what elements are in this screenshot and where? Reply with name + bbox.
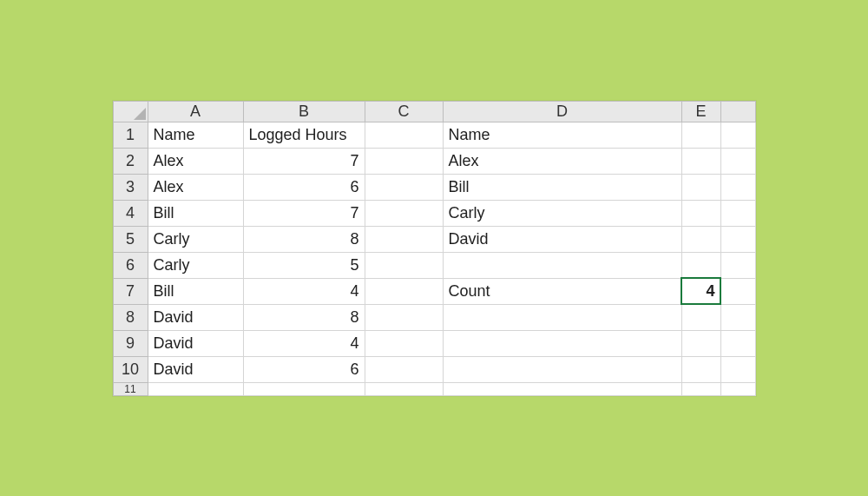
cell-E7[interactable]: 4 [681, 278, 720, 304]
cell-E10[interactable] [681, 356, 720, 382]
table-row: 9 David 4 [113, 330, 755, 356]
cell-E1[interactable] [681, 122, 720, 148]
cell-C7[interactable] [365, 278, 443, 304]
cell-extra-2[interactable] [720, 148, 755, 174]
cell-D1[interactable]: Name [443, 122, 681, 148]
col-header-C[interactable]: C [365, 101, 443, 122]
cell-B2[interactable]: 7 [243, 148, 365, 174]
table-row: 7 Bill 4 Count 4 [113, 278, 755, 304]
cell-C2[interactable] [365, 148, 443, 174]
cell-B3[interactable]: 6 [243, 174, 365, 200]
table-row: 6 Carly 5 [113, 252, 755, 278]
row-header-10[interactable]: 10 [113, 356, 148, 382]
cell-E8[interactable] [681, 304, 720, 330]
cell-D10[interactable] [443, 356, 681, 382]
cell-extra-10[interactable] [720, 356, 755, 382]
cell-B9[interactable]: 4 [243, 330, 365, 356]
column-header-row: A B C D E [113, 101, 755, 122]
row-header-3[interactable]: 3 [113, 174, 148, 200]
row-header-11[interactable]: 11 [113, 382, 148, 395]
cell-D11[interactable] [443, 382, 681, 395]
cell-A4[interactable]: Bill [148, 200, 243, 226]
table-row: 2 Alex 7 Alex [113, 148, 755, 174]
cell-D7[interactable]: Count [443, 278, 681, 304]
cell-B11[interactable] [243, 382, 365, 395]
table-row: 4 Bill 7 Carly [113, 200, 755, 226]
cell-E4[interactable] [681, 200, 720, 226]
cell-A6[interactable]: Carly [148, 252, 243, 278]
cell-A7[interactable]: Bill [148, 278, 243, 304]
cell-C4[interactable] [365, 200, 443, 226]
cell-E9[interactable] [681, 330, 720, 356]
cell-C9[interactable] [365, 330, 443, 356]
cell-extra-4[interactable] [720, 200, 755, 226]
cell-extra-1[interactable] [720, 122, 755, 148]
cell-B8[interactable]: 8 [243, 304, 365, 330]
cell-A10[interactable]: David [148, 356, 243, 382]
row-header-7[interactable]: 7 [113, 278, 148, 304]
cell-B7[interactable]: 4 [243, 278, 365, 304]
cell-A8[interactable]: David [148, 304, 243, 330]
table-row: 5 Carly 8 David [113, 226, 755, 252]
cell-D4[interactable]: Carly [443, 200, 681, 226]
cell-C6[interactable] [365, 252, 443, 278]
cell-E3[interactable] [681, 174, 720, 200]
cell-extra-7[interactable] [720, 278, 755, 304]
svg-marker-0 [134, 108, 146, 120]
cell-extra-11[interactable] [720, 382, 755, 395]
cell-A11[interactable] [148, 382, 243, 395]
cell-B4[interactable]: 7 [243, 200, 365, 226]
table-row: 11 [113, 382, 755, 395]
row-header-8[interactable]: 8 [113, 304, 148, 330]
cell-E2[interactable] [681, 148, 720, 174]
row-header-1[interactable]: 1 [113, 122, 148, 148]
cell-D2[interactable]: Alex [443, 148, 681, 174]
spreadsheet-window: A B C D E 1 Name Logged Hours Name 2 Ale… [113, 101, 756, 396]
select-all-triangle-icon [134, 108, 146, 120]
cell-C11[interactable] [365, 382, 443, 395]
cell-extra-9[interactable] [720, 330, 755, 356]
cell-E6[interactable] [681, 252, 720, 278]
cell-A9[interactable]: David [148, 330, 243, 356]
cell-B6[interactable]: 5 [243, 252, 365, 278]
select-all-corner[interactable] [113, 101, 148, 122]
col-header-A[interactable]: A [148, 101, 243, 122]
cell-C5[interactable] [365, 226, 443, 252]
row-header-2[interactable]: 2 [113, 148, 148, 174]
row-header-6[interactable]: 6 [113, 252, 148, 278]
col-header-D[interactable]: D [443, 101, 681, 122]
cell-E11[interactable] [681, 382, 720, 395]
cell-A2[interactable]: Alex [148, 148, 243, 174]
cell-A1[interactable]: Name [148, 122, 243, 148]
cell-A3[interactable]: Alex [148, 174, 243, 200]
cell-D3[interactable]: Bill [443, 174, 681, 200]
table-row: 3 Alex 6 Bill [113, 174, 755, 200]
col-header-B[interactable]: B [243, 101, 365, 122]
table-row: 10 David 6 [113, 356, 755, 382]
table-row: 8 David 8 [113, 304, 755, 330]
col-header-E[interactable]: E [681, 101, 720, 122]
col-header-extra[interactable] [720, 101, 755, 122]
cell-B1[interactable]: Logged Hours [243, 122, 365, 148]
cell-D5[interactable]: David [443, 226, 681, 252]
cell-extra-3[interactable] [720, 174, 755, 200]
cell-C10[interactable] [365, 356, 443, 382]
cell-E5[interactable] [681, 226, 720, 252]
cell-A5[interactable]: Carly [148, 226, 243, 252]
cell-D6[interactable] [443, 252, 681, 278]
row-header-4[interactable]: 4 [113, 200, 148, 226]
row-header-9[interactable]: 9 [113, 330, 148, 356]
row-header-5[interactable]: 5 [113, 226, 148, 252]
cell-C3[interactable] [365, 174, 443, 200]
cell-C8[interactable] [365, 304, 443, 330]
cell-extra-6[interactable] [720, 252, 755, 278]
cell-extra-8[interactable] [720, 304, 755, 330]
cell-D8[interactable] [443, 304, 681, 330]
cell-D9[interactable] [443, 330, 681, 356]
spreadsheet-grid[interactable]: A B C D E 1 Name Logged Hours Name 2 Ale… [113, 101, 756, 396]
cell-extra-5[interactable] [720, 226, 755, 252]
table-row: 1 Name Logged Hours Name [113, 122, 755, 148]
cell-C1[interactable] [365, 122, 443, 148]
cell-B5[interactable]: 8 [243, 226, 365, 252]
cell-B10[interactable]: 6 [243, 356, 365, 382]
